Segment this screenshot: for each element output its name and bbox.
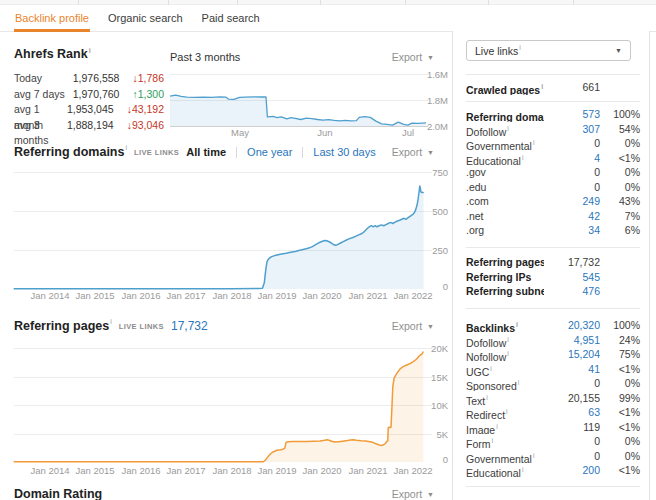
stat-percent: 0% — [600, 165, 640, 180]
chevron-down-icon — [427, 491, 434, 498]
stat-percent: 54% — [600, 122, 640, 137]
export-button-dr[interactable]: Export — [392, 488, 434, 500]
stat-percent: 43% — [600, 194, 640, 209]
stat-label: Redirecti — [466, 405, 544, 420]
stat-value: 119 — [544, 420, 600, 435]
stat-value[interactable]: 34 — [544, 223, 600, 238]
rank-delta-down: ↓43,192 — [127, 102, 164, 118]
info-icon[interactable]: i — [125, 144, 127, 151]
rank-row-label: avg 7 days — [14, 87, 73, 103]
x-axis-tick: Jan 2022 — [393, 465, 432, 476]
x-axis-tick: Jan 2018 — [212, 465, 251, 476]
rank-row-value: 1,976,558 — [73, 71, 120, 87]
stat-value[interactable]: 307 — [544, 122, 600, 137]
stat-percent: 0% — [600, 136, 640, 151]
rank-row-label: avg 1 month — [14, 102, 67, 118]
stat-percent: 100% — [600, 107, 640, 122]
stat-percent: 0% — [600, 376, 640, 391]
stat-row-edu: .edu00% — [466, 180, 640, 195]
stat-percent: 6% — [600, 223, 640, 238]
rank-row-label: Today — [14, 71, 73, 87]
backlinks-stats: Backlinksi20,320100%Dofollowi4,95124%Nof… — [466, 318, 640, 478]
stat-value[interactable]: 15,204 — [544, 347, 600, 362]
info-icon: i — [541, 83, 543, 90]
stat-label: .net — [466, 209, 544, 224]
table-remnant-divider — [488, 0, 489, 5]
info-icon[interactable]: i — [110, 318, 112, 325]
filter-separator — [302, 147, 303, 158]
stat-value[interactable]: 4 — [544, 151, 600, 166]
chevron-down-icon — [427, 54, 434, 61]
crawled-pages-row: Crawled pagesi661 — [466, 80, 640, 95]
link-type-dropdown-value: Live linksi — [475, 44, 521, 57]
info-icon: i — [533, 139, 535, 146]
ref-pages-stats: Referring pages17,732Referring IPs545Ref… — [466, 255, 640, 299]
chevron-down-icon — [427, 323, 434, 330]
export-button-pages[interactable]: Export — [392, 320, 434, 332]
stat-row-educational: Educationali4<1% — [466, 151, 640, 166]
stat-value: 17,732 — [544, 255, 600, 270]
stat-row-text: Texti20,15599% — [466, 391, 640, 406]
stat-value[interactable]: 249 — [544, 194, 600, 209]
x-axis-tick: Jan 2015 — [75, 465, 114, 476]
rank-row-value: 1,953,045 — [67, 102, 114, 118]
stat-value[interactable]: 63 — [544, 405, 600, 420]
y-axis-tick: 2.0M — [427, 121, 448, 132]
stat-label: Governmentali — [466, 136, 544, 151]
filter-one-year[interactable]: One year — [247, 146, 292, 158]
stat-value[interactable]: 41 — [544, 362, 600, 377]
stat-percent — [600, 80, 640, 95]
stat-label: .gov — [466, 165, 544, 180]
stat-percent: <1% — [600, 463, 640, 478]
stat-value[interactable]: 573 — [544, 107, 600, 122]
stat-value[interactable]: 42 — [544, 209, 600, 224]
stat-value[interactable]: 476 — [544, 284, 600, 299]
chevron-down-icon — [427, 149, 434, 156]
tab-backlink-profile[interactable]: Backlink profile — [14, 6, 90, 32]
stat-percent: 24% — [600, 333, 640, 348]
live-links-badge: LIVE LINKS — [134, 148, 179, 157]
y-axis-tick: 5K — [436, 429, 448, 440]
x-axis-tick: Jan 2020 — [302, 465, 341, 476]
stat-percent — [600, 255, 640, 270]
stat-value: 20,155 — [544, 391, 600, 406]
tab-organic-search[interactable]: Organic search — [107, 6, 184, 32]
divider — [466, 247, 640, 248]
filter-all-time[interactable]: All time — [186, 146, 226, 158]
info-icon: i — [507, 350, 509, 357]
stat-label: Referring IPs — [466, 270, 544, 285]
stat-label: Referring pages — [466, 255, 544, 270]
info-icon: i — [516, 321, 518, 328]
stat-percent: 7% — [600, 209, 640, 224]
stat-row-nofollow: Nofollowi15,20475% — [466, 347, 640, 362]
ref-pages-header: Referring pagesiLIVE LINKS17,732 Export — [14, 316, 434, 334]
stat-row-ugc: UGCi41<1% — [466, 362, 640, 377]
ref-domains-stats: Referring domainsi573100%Dofollowi30754%… — [466, 107, 640, 238]
export-button-domains[interactable]: Export — [392, 146, 434, 158]
filter-last-30-days[interactable]: Last 30 days — [313, 146, 375, 158]
stat-row-referringips: Referring IPs545 — [466, 270, 640, 285]
ref-domains-title: Referring domainsiLIVE LINKS — [14, 142, 179, 160]
stat-label: .org — [466, 223, 544, 238]
domain-rating-header: Domain Rating Export — [14, 487, 434, 500]
link-type-dropdown[interactable]: Live linksi — [466, 40, 631, 61]
stat-row-image: Imagei119<1% — [466, 420, 640, 435]
tab-paid-search[interactable]: Paid search — [201, 6, 261, 32]
export-button-rank[interactable]: Export — [392, 51, 434, 63]
y-axis-tick: 0 — [443, 281, 448, 292]
stat-row-net: .net427% — [466, 209, 640, 224]
stat-value[interactable]: 20,320 — [544, 318, 600, 333]
info-icon: i — [507, 125, 509, 132]
stat-row-dofollow: Dofollowi30754% — [466, 122, 640, 137]
info-icon[interactable]: i — [89, 47, 91, 54]
stat-label: Educationali — [466, 463, 544, 478]
stat-percent — [600, 284, 640, 299]
rank-row: avg 3 months1,888,194↓93,046 — [14, 118, 164, 134]
stat-value[interactable]: 200 — [544, 463, 600, 478]
stat-value[interactable]: 545 — [544, 270, 600, 285]
ref-domains-header: Referring domainsiLIVE LINKS All timeOne… — [14, 142, 434, 160]
rank-row-label: avg 3 months — [14, 118, 67, 134]
stat-value[interactable]: 4,951 — [544, 333, 600, 348]
ref-pages-count[interactable]: 17,732 — [171, 319, 208, 333]
rank-row: avg 7 days1,970,760↑1,300 — [14, 87, 164, 103]
